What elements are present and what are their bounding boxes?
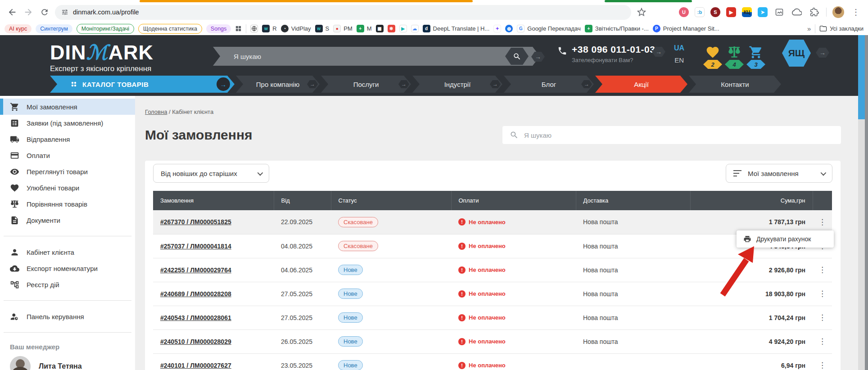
bookmark-monitoring[interactable]: Моніторинг/Задачі <box>77 24 134 34</box>
sidebar-item-payments[interactable]: Оплати <box>0 147 135 163</box>
lang-en[interactable]: EN <box>674 56 684 64</box>
bookmark-daily-stats[interactable]: Щоденна статистика <box>138 24 202 34</box>
browser-menu-icon[interactable]: ⋮ <box>850 6 862 18</box>
compare-button[interactable] <box>727 45 742 59</box>
phone-number[interactable]: +38 096 011-01-03 <box>572 44 655 55</box>
order-link[interactable]: #240510 / ЛМ000028029 <box>153 329 274 353</box>
apps-grid-icon[interactable] <box>235 25 242 32</box>
extensions-puzzle-icon[interactable] <box>809 6 820 18</box>
sidebar-item-action-log[interactable]: Реєстр дій <box>0 276 135 293</box>
order-link[interactable]: #240689 / ЛМ000028208 <box>153 282 274 306</box>
reload-icon[interactable] <box>39 6 50 18</box>
breadcrumb-home-link[interactable]: Головна <box>145 108 167 115</box>
sidebar-item-requests[interactable]: Заявки (під замовлення) <box>0 115 135 131</box>
table-row[interactable]: #240543 / ЛМ000028061 27.05.2025 Нове !Н… <box>153 306 832 329</box>
sidebar-item-control-panel[interactable]: Панель керування <box>0 308 135 325</box>
bookmark-dark-favicon[interactable]: ▦ <box>376 25 384 32</box>
favorites-button[interactable] <box>705 45 720 59</box>
order-link[interactable]: #257037 / ЛМ000041814 <box>153 234 274 258</box>
scrollbar-thumb[interactable] <box>858 35 865 119</box>
profile-avatar[interactable] <box>832 6 844 18</box>
back-icon[interactable] <box>6 6 18 18</box>
bookmark-cloud-favicon[interactable]: ☁ <box>411 25 419 32</box>
all-bookmarks-button[interactable]: Усі закладки <box>819 25 863 32</box>
bookmark-play-favicon[interactable]: ▶ <box>399 25 407 32</box>
nav-services[interactable]: Послуги→ <box>321 76 411 93</box>
site-settings-icon[interactable] <box>61 9 68 16</box>
bookmark-ai-kurs[interactable]: AI курс <box>5 24 32 33</box>
ext-video-icon[interactable]: ▶ <box>726 7 736 17</box>
sidebar-item-my-orders[interactable]: Мої замовлення <box>0 99 135 115</box>
row-menu-icon[interactable]: ⋮ <box>813 329 832 353</box>
breadcrumb-current: Кабінет клієнта <box>172 108 213 115</box>
sidebar-item-export[interactable]: Експорт номенклатури <box>0 260 135 276</box>
table-row[interactable]: #240510 / ЛМ000028029 26.05.2025 Нове !Н… <box>153 329 832 353</box>
orders-search-input[interactable]: Я шукаю <box>502 126 841 144</box>
ext-send-icon[interactable]: ➤ <box>758 7 768 17</box>
order-link[interactable]: #240101 / ЛМ000027627 <box>153 353 274 370</box>
bookmark-s[interactable]: wS <box>315 25 330 32</box>
nav-blog[interactable]: Блог→ <box>504 76 594 93</box>
bookmark-syntegrum[interactable]: Синтегрум <box>36 24 72 33</box>
account-avatar[interactable]: ЯЩ <box>782 40 811 67</box>
row-menu-icon[interactable]: ⋮ <box>813 282 832 306</box>
order-link[interactable]: #240543 / ЛМ000028061 <box>153 306 274 329</box>
bookmark-deepl[interactable]: dDeepL Translate | H... <box>423 25 490 32</box>
row-menu-icon[interactable]: ⋮ <box>813 258 832 282</box>
nav-promotions[interactable]: Акції <box>595 76 687 93</box>
bookmark-r[interactable]: wR <box>262 25 276 32</box>
url-text[interactable]: dinmark.com.ua/profile <box>73 9 139 16</box>
bookmark-m[interactable]: +M <box>357 25 372 32</box>
bookmark-r-favicon: w <box>262 25 270 32</box>
forward-icon[interactable] <box>23 6 34 18</box>
sidebar-item-viewed[interactable]: Переглянуті товари <box>0 163 135 180</box>
bookmark-sparkle-favicon[interactable]: ✦ <box>493 25 501 32</box>
sort-dropdown[interactable]: Від новіших до старіших <box>153 164 269 183</box>
orders-filter-dropdown[interactable]: Мої замовлення <box>726 164 832 183</box>
cart-button[interactable] <box>748 45 764 59</box>
header-search-input[interactable]: Я шукаю <box>213 47 540 66</box>
sidebar-item-shipments[interactable]: Відправлення <box>0 131 135 147</box>
ext-flag-icon[interactable]: КЦ <box>742 7 752 17</box>
url-bar[interactable]: dinmark.com.ua/profile <box>55 5 631 20</box>
eye-icon <box>10 167 19 176</box>
phone-block[interactable]: +38 096 011-01-03 Зателефонувати Вам? <box>557 44 655 63</box>
media-icon[interactable] <box>773 6 785 18</box>
bookmark-zvitnist[interactable]: +Звітність/Правки -... <box>585 25 649 32</box>
table-row[interactable]: #240101 / ЛМ000027627 23.05.2025 Нове !Н… <box>153 353 832 370</box>
sidebar-item-client-cabinet[interactable]: Кабінет клієнта <box>0 244 135 260</box>
nav-contacts[interactable]: Контакти <box>689 76 781 93</box>
ext-b-icon[interactable]: :b <box>695 7 705 17</box>
catalog-button[interactable]: КАТАЛОГ ТОВАРІВ → <box>50 76 235 93</box>
bookmark-star-icon[interactable] <box>636 6 647 18</box>
bookmark-google-translate[interactable]: GGoogle Перекладач <box>517 25 581 32</box>
nav-industries[interactable]: Індустрії→ <box>412 76 502 93</box>
order-link[interactable]: #267370 / ЛМ000051825 <box>153 210 274 234</box>
sidebar-item-documents[interactable]: Документи <box>0 212 135 228</box>
bookmark-songs[interactable]: Songs <box>206 24 231 33</box>
ext-seo-icon[interactable]: S <box>710 7 720 17</box>
sidebar-item-compare[interactable]: Порівняння товарів <box>0 196 135 212</box>
bookmark-circle-favicon[interactable]: ◍ <box>505 25 513 32</box>
site-logo[interactable]: DINℳARK Експерт з якісного кріплення <box>50 42 154 73</box>
cloud-icon[interactable] <box>791 6 803 18</box>
bookmark-red-favicon[interactable]: ❄ <box>388 25 395 32</box>
ext-ublock-icon[interactable]: U <box>679 7 689 17</box>
nav-about[interactable]: Про компанію→ <box>236 76 320 93</box>
nav-about-arrow-icon: → <box>307 80 318 88</box>
bookmark-globe-icon[interactable] <box>250 25 258 32</box>
sidebar-item-favorites[interactable]: Улюблені товари <box>0 180 135 196</box>
bookmark-vidplay[interactable]: ◔VidPlay <box>281 25 311 32</box>
row-menu-icon[interactable]: ⋮ <box>813 353 832 370</box>
bookmark-project-manager[interactable]: PProject Manager Sit... <box>653 25 719 32</box>
order-link[interactable]: #242255 / ЛМ000029764 <box>153 258 274 282</box>
bookmarks-overflow-chevron[interactable]: » <box>807 25 811 32</box>
cart-count-badge: 3 <box>746 60 765 69</box>
account-more-icon[interactable]: → <box>816 48 829 58</box>
row-menu-icon[interactable]: ⋮ <box>813 306 832 329</box>
bookmark-pm[interactable]: ●PM <box>333 25 353 32</box>
status-badge: Нове <box>338 360 363 370</box>
table-row[interactable]: #267370 / ЛМ000051825 22.09.2025 Скасова… <box>153 210 832 234</box>
lang-ua[interactable]: UA <box>674 44 684 52</box>
callback-link[interactable]: Зателефонувати Вам? <box>572 57 655 63</box>
